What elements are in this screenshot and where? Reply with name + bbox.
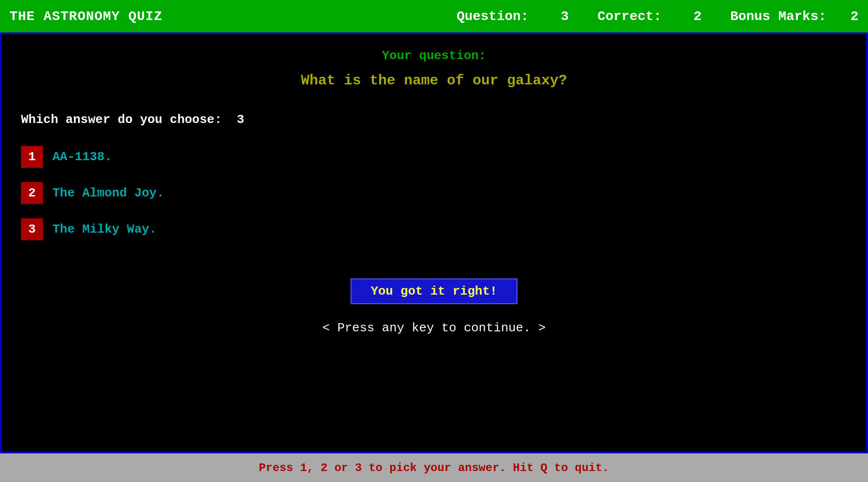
your-question-label: Your question:	[21, 49, 847, 63]
answer-number-2: 2	[21, 182, 43, 204]
result-box: You got it right!	[351, 278, 517, 304]
bonus-stat: Bonus Marks: 2	[730, 9, 858, 24]
correct-count: 2	[693, 9, 702, 24]
footer-instruction: Press 1, 2 or 3 to pick your answer. Hit…	[259, 461, 610, 474]
main-content: Your question: What is the name of our g…	[0, 32, 868, 453]
chosen-answer-value: 3	[237, 113, 245, 127]
answer-row-3[interactable]: 3 The Milky Way.	[21, 218, 847, 240]
bonus-count: 2	[850, 9, 858, 24]
header-bar: THE ASTRONOMY QUIZ Question: 3 Correct: …	[0, 0, 868, 32]
which-answer-prompt: Which answer do you choose: 3	[21, 113, 847, 127]
question-number: 3	[561, 9, 569, 24]
answer-number-1: 1	[21, 146, 43, 168]
result-wrapper: You got it right!	[21, 264, 847, 314]
header-stats: Question: 3 Correct: 2 Bonus Marks: 2	[456, 9, 858, 24]
bonus-label: Bonus Marks:	[730, 9, 827, 24]
answer-text-1: AA-1138.	[52, 150, 112, 164]
app-container: THE ASTRONOMY QUIZ Question: 3 Correct: …	[0, 0, 868, 482]
answer-row-2[interactable]: 2 The Almond Joy.	[21, 182, 847, 204]
continue-text[interactable]: < Press any key to continue. >	[21, 321, 847, 335]
app-title: THE ASTRONOMY QUIZ	[10, 9, 162, 24]
correct-stat: Correct: 2	[598, 9, 702, 24]
question-label: Question:	[456, 9, 528, 24]
answer-text-3: The Milky Way.	[52, 222, 156, 236]
answer-row-1[interactable]: 1 AA-1138.	[21, 146, 847, 168]
which-answer-prefix: Which answer do you choose:	[21, 113, 222, 127]
question-stat: Question: 3	[456, 9, 568, 24]
answer-number-3: 3	[21, 218, 43, 240]
answer-text-2: The Almond Joy.	[52, 186, 164, 200]
footer-bar: Press 1, 2 or 3 to pick your answer. Hit…	[0, 453, 868, 482]
question-text: What is the name of our galaxy?	[21, 72, 847, 89]
correct-label: Correct:	[598, 9, 661, 24]
